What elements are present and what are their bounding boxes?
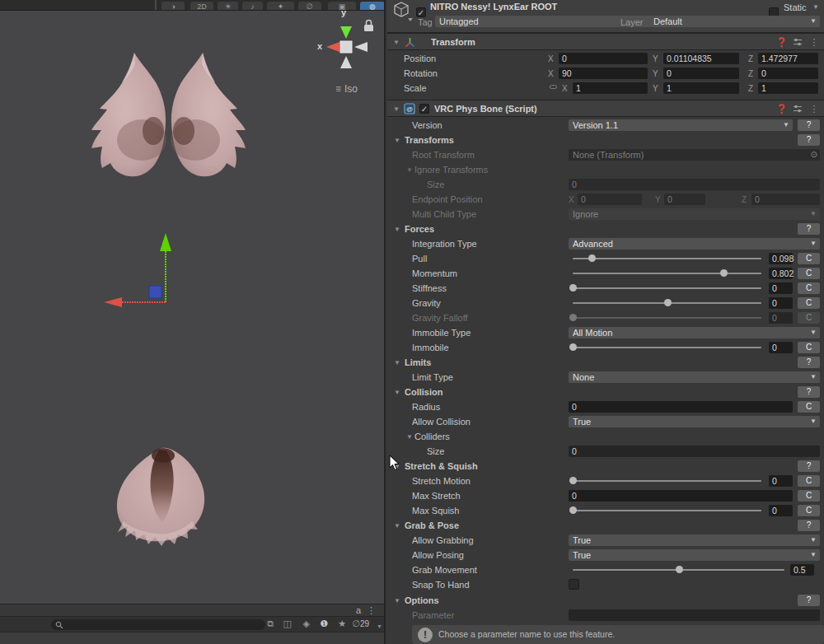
allow-posing-dropdown[interactable]: True▼ [569,549,820,561]
pull-value[interactable]: 0.098 [769,253,793,264]
size-field[interactable]: 0 [569,446,820,457]
help-button[interactable]: ? [798,119,820,131]
help-button[interactable]: ? [798,223,820,235]
gizmos-toggle-button[interactable]: ◍ [360,2,384,11]
curve-button[interactable]: C [798,297,820,309]
foldout-arrow-icon[interactable]: ▼ [394,359,400,366]
limit-type-dropdown[interactable]: None▼ [569,371,820,383]
foldout-arrow-icon[interactable]: ▼ [406,166,413,174]
immobile-slider[interactable] [573,347,761,348]
transform-rotation-x-field[interactable]: 90 [559,68,648,79]
transform-header[interactable]: ▼ Transform ❓ ⋮ [387,33,824,50]
gameobject-cube-icon[interactable] [392,1,414,22]
static-dropdown-icon[interactable]: ▼ [812,3,819,11]
curve-button[interactable]: C [798,268,820,279]
gravity-value[interactable]: 0 [769,297,793,309]
view-2d-button[interactable]: 2D [190,2,213,11]
transform-scale-z-field[interactable]: 1 [758,82,818,94]
help-icon[interactable]: ❓ [776,103,786,114]
allow-collision-dropdown[interactable]: True▼ [569,416,820,427]
help-button[interactable]: ? [798,460,820,472]
help-button[interactable]: ? [798,357,820,368]
link-scale-icon[interactable]: ⊂⊃ [549,83,555,91]
lock-icon[interactable]: a [356,605,361,615]
shading-mode-button[interactable]: ◑ [162,2,185,11]
corner-resize-icon[interactable]: ▼ [377,623,382,629]
transform-rotation-z-field[interactable]: 0 [758,68,818,79]
kebab-menu-icon[interactable]: ⋮ [809,36,819,47]
immobile-type-dropdown[interactable]: All Motion▼ [569,327,820,338]
max-stretch-field[interactable]: 0 [569,490,793,502]
effects-button[interactable]: ✦ [267,2,294,11]
stiffness-slider[interactable] [573,287,761,289]
help-button[interactable]: ? [798,595,820,606]
momentum-value[interactable]: 0.802 [769,268,793,279]
foldout-arrow-icon[interactable]: ▼ [394,522,400,530]
lock-icon[interactable] [364,21,373,32]
physbone-header[interactable]: ▼ @ ✓ VRC Phys Bone (Script) ❓ ⋮ [387,100,824,117]
foldout-arrow-icon[interactable]: ▼ [394,137,400,144]
curve-button[interactable]: C [798,475,820,487]
star-icon[interactable]: ★ [338,618,346,629]
scene-audio-button[interactable]: ♪ [242,2,263,11]
eye-hidden-icon[interactable]: ∅29 [352,618,369,629]
momentum-slider[interactable] [573,273,761,274]
radius-field[interactable]: 0 [569,401,793,413]
slider-knob[interactable] [569,477,577,484]
transform-position-z-field[interactable]: 1.472977 [758,53,818,64]
stretch-motion-value[interactable]: 0 [769,475,793,487]
slider-knob[interactable] [569,284,577,292]
component-enabled-checkbox[interactable]: ✓ [419,104,429,114]
transform-rotation-y-field[interactable]: 0 [663,68,739,79]
foldout-arrow-icon[interactable]: ▼ [394,596,400,604]
presets-icon[interactable] [793,104,803,114]
search-input[interactable] [51,619,265,630]
stretch-motion-slider[interactable] [573,480,761,482]
scene-viewport[interactable]: y x ≡Iso [0,11,384,604]
foldout-arrow-icon[interactable]: ▼ [406,433,413,441]
foldout-arrow-icon[interactable]: ▼ [393,105,400,112]
curve-button[interactable]: C [798,253,820,264]
curve-button[interactable]: C [798,342,820,353]
move-gizmo[interactable] [104,233,171,307]
curve-button[interactable]: C [798,505,820,516]
curve-button[interactable]: C [798,490,820,502]
integration-type-dropdown[interactable]: Advanced▼ [569,238,820,250]
grab-movement-value[interactable]: 0.5 [790,564,814,576]
help-icon[interactable]: ❓ [776,36,786,47]
transform-position-y-field[interactable]: 0.01104835 [663,53,739,64]
immobile-value[interactable]: 0 [769,342,793,353]
foldout-arrow-icon[interactable]: ▼ [393,38,400,45]
layer-dropdown[interactable]: Default▼ [649,16,820,27]
curve-button[interactable]: C [798,401,820,413]
help-button[interactable]: ? [798,386,820,398]
stiffness-value[interactable]: 0 [769,282,793,294]
max-squish-value[interactable]: 0 [769,505,793,516]
transform-scale-x-field[interactable]: 1 [573,82,648,94]
help-button[interactable]: ? [798,520,820,531]
tag-icon[interactable]: ◈ [303,618,310,629]
prefab-icon[interactable]: ◫ [283,618,292,629]
hidden-objects-button[interactable]: ∅ [298,2,321,11]
slider-knob[interactable] [569,343,577,351]
max-squish-slider[interactable] [573,510,761,511]
kebab-menu-icon[interactable]: ⋮ [809,103,819,114]
slider-knob[interactable] [676,566,683,573]
snap-to-hand-checkbox[interactable] [569,579,579,590]
projection-mode-toggle[interactable]: ≡Iso [335,83,358,95]
gameobject-name[interactable]: NITRO Nessy! LynxEar ROOT [430,2,557,12]
slider-knob[interactable] [569,506,577,514]
slider-knob[interactable] [664,299,672,306]
presets-icon[interactable] [793,37,803,47]
transform-scale-y-field[interactable]: 1 [663,82,739,94]
pull-slider[interactable] [573,258,761,259]
active-checkbox[interactable]: ✓ [416,7,426,17]
help-button[interactable]: ? [798,134,820,146]
alert-icon[interactable]: ❶ [320,618,328,629]
parameter-field[interactable] [569,609,820,621]
orientation-gizmo[interactable] [326,21,373,69]
transform-position-x-field[interactable]: 0 [559,53,648,64]
allow-grabbing-dropdown[interactable]: True▼ [569,534,820,546]
slider-knob[interactable] [588,254,596,262]
open-window-icon[interactable]: ⧉ [267,618,274,629]
